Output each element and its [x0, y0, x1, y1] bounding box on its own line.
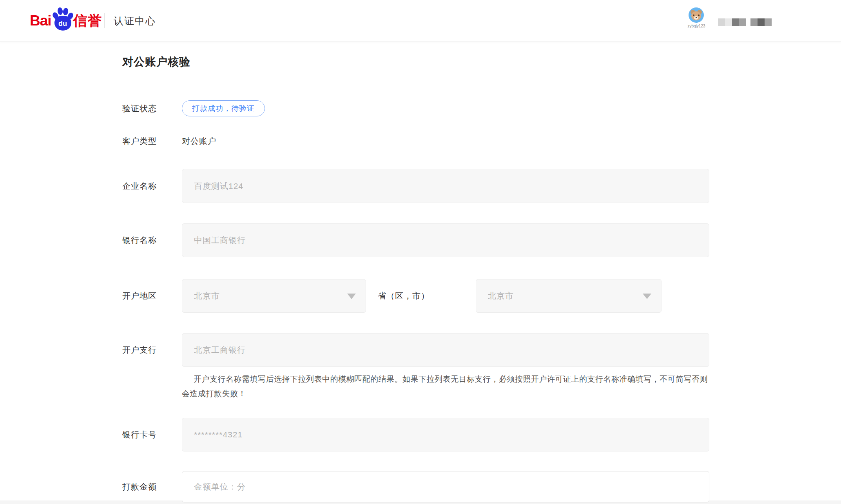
city-select-value: 北京市: [488, 290, 514, 301]
customer-type-label: 客户类型: [122, 136, 182, 147]
username-label: zybqjy123: [682, 24, 710, 28]
province-select-value: 北京市: [194, 290, 220, 301]
bank-name-label: 银行名称: [122, 235, 182, 246]
chevron-down-icon: [347, 294, 356, 299]
row-payment-amount: 打款金额: [122, 471, 709, 502]
bank-branch-label: 开户支行: [122, 344, 182, 355]
row-bank-branch: 开户支行 北京工商银行: [122, 333, 709, 367]
row-bank-name: 银行名称 中国工商银行: [122, 223, 709, 257]
company-name-input[interactable]: 百度测试124: [182, 169, 709, 203]
verification-status-label: 验证状态: [122, 103, 182, 114]
company-name-label: 企业名称: [122, 181, 182, 192]
customer-type-value: 对公账户: [182, 136, 216, 147]
baidu-paw-icon: du: [53, 7, 73, 31]
logo-text-xinyu: 信誉: [73, 11, 102, 31]
province-select[interactable]: 北京市: [182, 279, 366, 313]
city-select[interactable]: 北京市: [476, 279, 662, 313]
page-title: 对公账户核验: [122, 54, 190, 69]
payment-amount-label: 打款金额: [122, 481, 182, 492]
payment-amount-input[interactable]: [182, 471, 709, 502]
row-company-name: 企业名称 百度测试124: [122, 169, 709, 203]
logo-text-du: du: [58, 20, 67, 28]
account-verification-page: Bai du 信誉 认证中心 zybqjy123 对: [0, 0, 841, 504]
status-badge: 打款成功，待验证: [182, 100, 265, 116]
user-avatar[interactable]: [689, 7, 704, 23]
row-card-number: 银行卡号 ********4321: [122, 418, 709, 451]
header-divider: [104, 13, 105, 28]
baidu-xinyu-logo[interactable]: Bai du 信誉: [30, 0, 102, 42]
row-bank-region: 开户地区 北京市 省（区，市） 北京市: [122, 279, 709, 313]
card-number-label: 银行卡号: [122, 429, 182, 440]
card-number-input[interactable]: ********4321: [182, 418, 709, 451]
province-suffix-label: 省（区，市）: [378, 290, 430, 301]
site-title: 认证中心: [114, 0, 156, 42]
header: Bai du 信誉 认证中心 zybqjy123: [0, 0, 841, 42]
branch-help-text: 开户支行名称需填写后选择下拉列表中的模糊匹配的结果。如果下拉列表无目标支行，必须…: [182, 372, 712, 401]
logo-text-bai: Bai: [30, 13, 51, 29]
row-verification-status: 验证状态 打款成功，待验证: [122, 100, 709, 116]
redacted-account-name: [718, 18, 772, 26]
bank-branch-input[interactable]: 北京工商银行: [182, 333, 709, 367]
bank-region-label: 开户地区: [122, 290, 182, 301]
chevron-down-icon: [643, 294, 651, 299]
row-customer-type: 客户类型 对公账户: [122, 133, 709, 149]
bank-name-input[interactable]: 中国工商银行: [182, 223, 709, 257]
